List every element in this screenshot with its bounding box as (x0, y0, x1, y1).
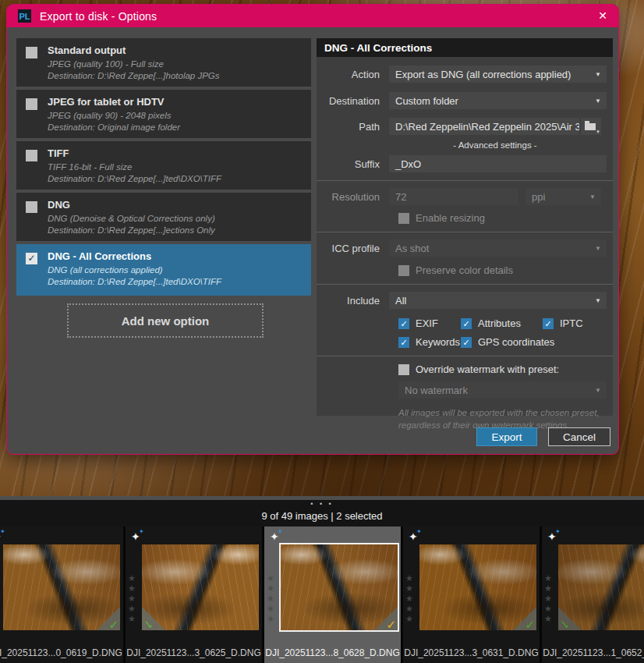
preset-item-jpeg-tablet[interactable]: JPEG for tablet or HDTV JPEG (quality 90… (16, 90, 311, 138)
thumbnail-filename: DJI_20251123...8_0628_D.DNG (264, 647, 401, 658)
star-rating[interactable]: ★★★★★ (128, 573, 136, 624)
preset-item-dng-all-corrections[interactable]: ✓ DNG - All Corrections DNG (all correct… (16, 244, 311, 296)
star-icon[interactable]: ★ (405, 604, 413, 614)
destination-select[interactable]: Custom folder ▼ (389, 92, 607, 109)
star-rating[interactable]: ★★★★★ (267, 573, 274, 624)
thumbnail-image[interactable]: ✓ (142, 544, 259, 630)
star-rating[interactable]: ★★★★★ (405, 573, 413, 624)
processed-sparkle-icon: ✦✦ (270, 528, 285, 544)
star-icon[interactable]: ★ (544, 573, 552, 583)
star-icon[interactable]: ★ (267, 594, 274, 604)
icc-profile-select[interactable]: As shot ▼ (389, 239, 607, 257)
advanced-settings-toggle[interactable]: - Advanced settings - (389, 140, 601, 150)
iptc-checkbox[interactable]: ✓ (543, 318, 554, 329)
preset-format: DNG (Denoise & Optical Corrections only) (48, 213, 303, 225)
processed-sparkle-icon: ✦✦ (0, 528, 8, 544)
star-icon[interactable]: ★ (544, 614, 552, 624)
chevron-down-icon: ▼ (596, 129, 600, 134)
include-select[interactable]: All ▼ (389, 292, 607, 309)
divider (317, 232, 613, 232)
dialog-titlebar[interactable]: PL Export to disk - Options ✕ (7, 5, 618, 27)
close-icon[interactable]: ✕ (598, 9, 607, 22)
star-icon[interactable]: ★ (128, 614, 136, 624)
destination-label: Destination (317, 95, 389, 107)
enable-resizing-checkbox[interactable] (398, 213, 409, 224)
add-new-option-button[interactable]: Add new option (67, 303, 264, 338)
chevron-down-icon: ▼ (595, 71, 601, 78)
preset-checkbox[interactable] (26, 150, 37, 161)
star-icon[interactable]: ★ (267, 604, 274, 614)
preset-destination: Destination: D:\Red Zeppe[...]ted\DXO\TI… (48, 276, 303, 288)
preset-destination: Destination: D:\Red Zeppe[...]ections On… (48, 225, 303, 236)
star-icon[interactable]: ★ (544, 583, 552, 594)
star-rating[interactable]: ★★★★★ (544, 573, 552, 624)
preset-checkbox[interactable] (26, 201, 37, 213)
filmstrip-resize-handle[interactable]: • • • (0, 500, 644, 508)
action-label: Action (317, 69, 389, 80)
thumbnail-image[interactable]: ✓ (279, 543, 399, 632)
settings-panel: DNG - All Corrections Action Export as D… (317, 38, 613, 416)
suffix-input[interactable]: _DxO (389, 155, 607, 172)
star-icon[interactable]: ★ (128, 594, 136, 604)
star-icon[interactable]: ★ (405, 573, 413, 583)
star-icon[interactable]: ★ (128, 583, 136, 594)
gps-checkbox[interactable]: ✓ (461, 337, 472, 348)
preset-format: JPEG (quality 90) - 2048 pixels (48, 110, 303, 122)
include-label: Include (317, 295, 389, 307)
chevron-down-icon: ▼ (595, 98, 601, 105)
preserve-color-label: Preserve color details (416, 264, 513, 276)
preset-checkbox[interactable] (26, 47, 37, 58)
star-icon[interactable]: ★ (544, 604, 552, 614)
thumbnail-cell-5[interactable]: ✦✦ ★★★★★ ✓ DJI_20251123...1_0652_D.DNG (542, 526, 644, 663)
watermark-preset-value: No watermark (405, 385, 468, 396)
preserve-color-checkbox[interactable] (398, 265, 409, 276)
thumbnail-cell-4[interactable]: ✦✦ ★★★★★ ✓ DJI_20251123...3_0631_D.DNG (403, 526, 540, 663)
export-button[interactable]: Export (476, 427, 537, 446)
processed-check-badge: ✓ (142, 607, 165, 630)
include-value: All (395, 295, 406, 307)
path-input[interactable]: D:\Red Zeppelin\Red Zeppelin 2025\Air 3S… (389, 118, 579, 135)
check-icon: ✓ (525, 618, 535, 630)
preset-item-standard-output[interactable]: Standard output JPEG (quality 100) - Ful… (16, 38, 311, 87)
cancel-button[interactable]: Cancel (548, 427, 610, 446)
preset-item-tiff[interactable]: TIFF TIFF 16-bit - Full size Destination… (16, 141, 311, 190)
exif-checkbox[interactable]: ✓ (398, 318, 409, 329)
thumbnail-cell-2[interactable]: ✦✦ ★★★★★ ✓ DJI_20251123...3_0625_D.DNG (126, 526, 262, 663)
keywords-checkbox[interactable]: ✓ (398, 337, 409, 348)
preset-format: DNG (all corrections applied) (48, 264, 303, 276)
star-icon[interactable]: ★ (267, 573, 274, 583)
override-watermark-checkbox[interactable] (398, 364, 409, 375)
processed-sparkle-icon: ✦✦ (131, 528, 147, 544)
thumbnail-image[interactable]: ✓ (419, 544, 536, 630)
preset-title: JPEG for tablet or HDTV (48, 96, 303, 108)
dialog-title: Export to disk - Options (40, 10, 157, 23)
thumbnail-cell-3-selected[interactable]: ✦✦ ★★★★★ ✓ DJI_20251123...8_0628_D.DNG (264, 526, 401, 663)
preset-checkbox-checked[interactable]: ✓ (26, 253, 37, 264)
suffix-label: Suffix (317, 158, 389, 170)
check-icon: ✓ (560, 618, 570, 630)
thumbnail-image[interactable]: ✓ (3, 544, 120, 630)
preset-item-dng[interactable]: DNG DNG (Denoise & Optical Corrections o… (16, 193, 311, 241)
thumbnail-cell-1[interactable]: ✦✦ ★★★★★ ✓ DJI_20251123...0_0619_D.DNG (0, 526, 123, 663)
thumbnail-filename: DJI_20251123...0_0619_D.DNG (0, 647, 123, 658)
preset-format: JPEG (quality 100) - Full size (48, 58, 303, 70)
star-icon[interactable]: ★ (544, 594, 552, 604)
chevron-down-icon: ▼ (595, 297, 601, 304)
preset-checkbox[interactable] (26, 98, 37, 110)
path-value: D:\Red Zeppelin\Red Zeppelin 2025\Air 3S… (395, 121, 579, 133)
processed-check-badge: ✓ (97, 607, 120, 630)
star-icon[interactable]: ★ (405, 583, 413, 594)
star-icon[interactable]: ★ (405, 614, 413, 624)
star-icon[interactable]: ★ (128, 604, 136, 614)
browse-folder-button[interactable]: ▼ (581, 118, 601, 135)
star-icon[interactable]: ★ (128, 573, 136, 583)
star-icon[interactable]: ★ (267, 614, 274, 624)
watermark-preset-select[interactable]: No watermark ▼ (398, 381, 607, 399)
attributes-checkbox[interactable]: ✓ (461, 318, 472, 329)
action-select[interactable]: Export as DNG (all corrections applied) … (389, 66, 607, 83)
resolution-unit-select[interactable]: ppi ▼ (525, 188, 601, 205)
star-icon[interactable]: ★ (405, 594, 413, 604)
resolution-input[interactable]: 72 (389, 188, 518, 205)
star-icon[interactable]: ★ (267, 583, 274, 594)
thumbnail-image[interactable]: ✓ (558, 544, 644, 630)
